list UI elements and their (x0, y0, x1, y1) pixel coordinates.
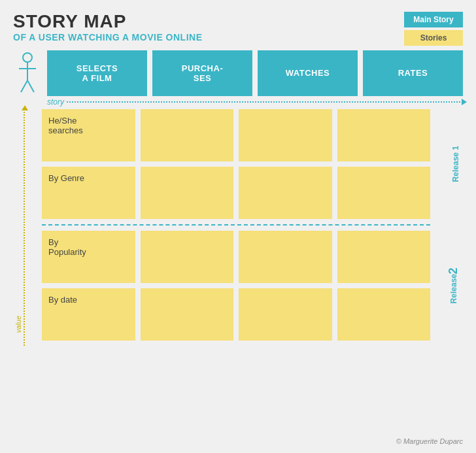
list-item: By Popularity (42, 231, 135, 283)
story-arrow-line (67, 101, 463, 103)
list-item (239, 288, 332, 341)
value-arrow (24, 109, 25, 346)
svg-point-0 (23, 53, 32, 62)
top-row: SELECTS A FILM PURCHA- SES WATCHES RATES (13, 50, 463, 96)
teal-card-selects: SELECTS A FILM (47, 50, 147, 96)
value-axis: value (13, 109, 42, 346)
page-container: STORY MAP OF A USER WATCHING A MOVIE ONL… (0, 0, 476, 453)
list-item (239, 109, 332, 161)
list-item: By date (42, 288, 135, 341)
release2-label: Release 2 (447, 231, 460, 341)
list-item (141, 109, 234, 161)
title-sub: OF A USER WATCHING A MOVIE ONLINE (13, 32, 463, 42)
teal-card-purchases: PURCHA- SES (152, 50, 252, 96)
value-label: value (14, 316, 22, 333)
person-icon (13, 52, 42, 95)
legend-main-story: Main Story (404, 12, 463, 27)
release2-section: By Popularity By date (42, 231, 430, 346)
table-row: He/She searches (42, 109, 430, 161)
teal-card-rates: RATES (363, 50, 463, 96)
list-item (337, 109, 431, 161)
release-divider (42, 224, 430, 226)
list-item (141, 288, 234, 341)
table-row: By Genre (42, 167, 430, 219)
release1-label: Release 1 (451, 109, 460, 219)
list-item (337, 231, 431, 283)
grid-section: value He/She searches By Genre (13, 109, 463, 346)
yellow-grid: He/She searches By Genre Release (42, 109, 463, 346)
list-item (141, 231, 234, 283)
list-item (337, 288, 431, 341)
list-item (141, 167, 234, 219)
legend: Main Story Stories (404, 12, 463, 46)
map-area: SELECTS A FILM PURCHA- SES WATCHES RATES… (13, 50, 463, 346)
story-label: story (47, 97, 64, 107)
list-item: He/She searches (42, 109, 135, 161)
release1-section: He/She searches By Genre Release (42, 109, 430, 224)
story-arrow-row: story (47, 97, 463, 107)
svg-line-3 (21, 80, 27, 92)
list-item (239, 167, 332, 219)
teal-cards: SELECTS A FILM PURCHA- SES WATCHES RATES (47, 50, 463, 96)
teal-card-watches: WATCHES (258, 50, 358, 96)
list-item (239, 231, 332, 283)
table-row: By date (42, 288, 430, 341)
list-item: By Genre (42, 167, 135, 219)
title-main: STORY MAP (13, 12, 463, 32)
table-row: By Popularity (42, 231, 430, 283)
legend-stories: Stories (404, 30, 463, 46)
copyright: © Marguerite Duparc (396, 437, 463, 445)
list-item (337, 167, 431, 219)
svg-line-4 (27, 80, 34, 92)
